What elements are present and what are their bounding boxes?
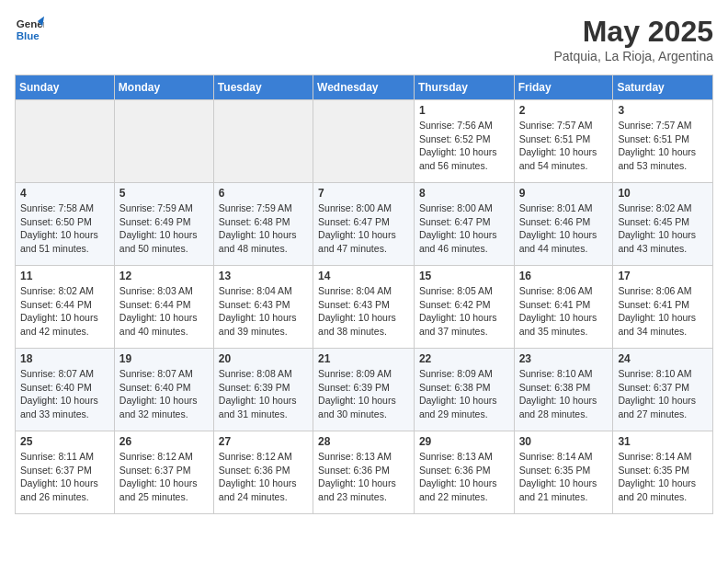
day-number: 3 (618, 104, 708, 117)
day-info: Sunrise: 8:00 AMSunset: 6:47 PMDaylight:… (318, 201, 409, 256)
day-number: 19 (119, 352, 209, 365)
day-of-week-friday: Friday (514, 75, 613, 100)
day-number: 30 (519, 435, 609, 448)
day-info: Sunrise: 8:04 AMSunset: 6:43 PMDaylight:… (219, 284, 308, 339)
day-info: Sunrise: 8:02 AMSunset: 6:44 PMDaylight:… (20, 284, 109, 339)
day-info: Sunrise: 8:14 AMSunset: 6:35 PMDaylight:… (519, 450, 609, 504)
day-info: Sunrise: 7:58 AMSunset: 6:50 PMDaylight:… (20, 201, 109, 256)
calendar-week-1: 1Sunrise: 7:56 AMSunset: 6:52 PMDaylight… (16, 100, 713, 183)
day-info: Sunrise: 7:59 AMSunset: 6:49 PMDaylight:… (119, 201, 209, 256)
calendar-cell: 6Sunrise: 7:59 AMSunset: 6:48 PMDaylight… (213, 183, 313, 266)
calendar-cell (313, 100, 415, 183)
day-number: 11 (20, 270, 109, 282)
day-info: Sunrise: 7:56 AMSunset: 6:52 PMDaylight:… (419, 119, 509, 173)
day-number: 29 (419, 435, 509, 448)
day-of-week-monday: Monday (114, 75, 213, 100)
day-number: 26 (119, 435, 209, 448)
calendar-cell (213, 100, 313, 183)
day-number: 9 (519, 187, 609, 200)
day-number: 22 (419, 352, 509, 365)
calendar-week-3: 11Sunrise: 8:02 AMSunset: 6:44 PMDayligh… (16, 266, 713, 349)
day-info: Sunrise: 8:09 AMSunset: 6:39 PMDaylight:… (318, 367, 409, 421)
day-number: 14 (318, 270, 409, 282)
calendar-cell: 8Sunrise: 8:00 AMSunset: 6:47 PMDaylight… (414, 183, 514, 266)
day-number: 13 (219, 270, 308, 282)
day-info: Sunrise: 8:10 AMSunset: 6:37 PMDaylight:… (618, 367, 708, 421)
day-info: Sunrise: 8:04 AMSunset: 6:43 PMDaylight:… (318, 284, 409, 339)
calendar-table: SundayMondayTuesdayWednesdayThursdayFrid… (15, 75, 713, 514)
day-number: 28 (318, 435, 409, 448)
logo: General Blue (15, 15, 44, 44)
calendar-header-row: SundayMondayTuesdayWednesdayThursdayFrid… (16, 75, 713, 100)
day-number: 5 (119, 187, 209, 200)
day-of-week-thursday: Thursday (414, 75, 514, 100)
calendar-cell (16, 100, 115, 183)
day-info: Sunrise: 8:11 AMSunset: 6:37 PMDaylight:… (20, 450, 109, 504)
day-info: Sunrise: 8:07 AMSunset: 6:40 PMDaylight:… (119, 367, 209, 421)
calendar-cell: 30Sunrise: 8:14 AMSunset: 6:35 PMDayligh… (514, 431, 613, 514)
day-info: Sunrise: 8:06 AMSunset: 6:41 PMDaylight:… (618, 284, 708, 339)
day-info: Sunrise: 8:00 AMSunset: 6:47 PMDaylight:… (419, 201, 509, 256)
calendar-cell: 16Sunrise: 8:06 AMSunset: 6:41 PMDayligh… (514, 266, 613, 349)
calendar-cell: 9Sunrise: 8:01 AMSunset: 6:46 PMDaylight… (514, 183, 613, 266)
day-info: Sunrise: 8:03 AMSunset: 6:44 PMDaylight:… (119, 284, 209, 339)
day-info: Sunrise: 7:57 AMSunset: 6:51 PMDaylight:… (519, 119, 609, 173)
calendar-cell: 22Sunrise: 8:09 AMSunset: 6:38 PMDayligh… (414, 349, 514, 431)
day-number: 21 (318, 352, 409, 365)
day-number: 23 (519, 352, 609, 365)
calendar-cell: 5Sunrise: 7:59 AMSunset: 6:49 PMDaylight… (114, 183, 213, 266)
day-number: 18 (20, 352, 109, 365)
calendar-cell: 20Sunrise: 8:08 AMSunset: 6:39 PMDayligh… (213, 349, 313, 431)
day-info: Sunrise: 8:08 AMSunset: 6:39 PMDaylight:… (219, 367, 308, 421)
calendar-cell: 21Sunrise: 8:09 AMSunset: 6:39 PMDayligh… (313, 349, 415, 431)
location-subtitle: Patquia, La Rioja, Argentina (553, 49, 713, 63)
calendar-cell (114, 100, 213, 183)
day-of-week-tuesday: Tuesday (213, 75, 313, 100)
calendar-cell: 1Sunrise: 7:56 AMSunset: 6:52 PMDaylight… (414, 100, 514, 183)
calendar-cell: 10Sunrise: 8:02 AMSunset: 6:45 PMDayligh… (613, 183, 713, 266)
day-info: Sunrise: 8:01 AMSunset: 6:46 PMDaylight:… (519, 201, 609, 256)
calendar-cell: 15Sunrise: 8:05 AMSunset: 6:42 PMDayligh… (414, 266, 514, 349)
day-info: Sunrise: 8:12 AMSunset: 6:36 PMDaylight:… (219, 450, 308, 504)
day-number: 2 (519, 104, 609, 117)
calendar-cell: 31Sunrise: 8:14 AMSunset: 6:35 PMDayligh… (613, 431, 713, 514)
title-block: May 2025 Patquia, La Rioja, Argentina (553, 15, 713, 63)
day-number: 24 (618, 352, 708, 365)
calendar-cell: 17Sunrise: 8:06 AMSunset: 6:41 PMDayligh… (613, 266, 713, 349)
calendar-cell: 2Sunrise: 7:57 AMSunset: 6:51 PMDaylight… (514, 100, 613, 183)
logo-icon: General Blue (15, 15, 44, 44)
day-info: Sunrise: 8:13 AMSunset: 6:36 PMDaylight:… (318, 450, 409, 504)
day-of-week-sunday: Sunday (16, 75, 115, 100)
svg-text:Blue: Blue (17, 30, 40, 41)
day-number: 31 (618, 435, 708, 448)
day-info: Sunrise: 8:02 AMSunset: 6:45 PMDaylight:… (618, 201, 708, 256)
day-number: 17 (618, 270, 708, 282)
calendar-cell: 24Sunrise: 8:10 AMSunset: 6:37 PMDayligh… (613, 349, 713, 431)
day-info: Sunrise: 7:59 AMSunset: 6:48 PMDaylight:… (219, 201, 308, 256)
day-info: Sunrise: 8:09 AMSunset: 6:38 PMDaylight:… (419, 367, 509, 421)
calendar-cell: 11Sunrise: 8:02 AMSunset: 6:44 PMDayligh… (16, 266, 115, 349)
day-info: Sunrise: 8:05 AMSunset: 6:42 PMDaylight:… (419, 284, 509, 339)
day-number: 16 (519, 270, 609, 282)
day-of-week-saturday: Saturday (613, 75, 713, 100)
calendar-cell: 3Sunrise: 7:57 AMSunset: 6:51 PMDaylight… (613, 100, 713, 183)
calendar-cell: 13Sunrise: 8:04 AMSunset: 6:43 PMDayligh… (213, 266, 313, 349)
calendar-cell: 28Sunrise: 8:13 AMSunset: 6:36 PMDayligh… (313, 431, 415, 514)
day-info: Sunrise: 8:07 AMSunset: 6:40 PMDaylight:… (20, 367, 109, 421)
calendar-cell: 25Sunrise: 8:11 AMSunset: 6:37 PMDayligh… (16, 431, 115, 514)
day-number: 6 (219, 187, 308, 200)
calendar-cell: 27Sunrise: 8:12 AMSunset: 6:36 PMDayligh… (213, 431, 313, 514)
calendar-cell: 14Sunrise: 8:04 AMSunset: 6:43 PMDayligh… (313, 266, 415, 349)
calendar-week-5: 25Sunrise: 8:11 AMSunset: 6:37 PMDayligh… (16, 431, 713, 514)
day-number: 1 (419, 104, 509, 117)
calendar-cell: 12Sunrise: 8:03 AMSunset: 6:44 PMDayligh… (114, 266, 213, 349)
calendar-cell: 23Sunrise: 8:10 AMSunset: 6:38 PMDayligh… (514, 349, 613, 431)
calendar-cell: 19Sunrise: 8:07 AMSunset: 6:40 PMDayligh… (114, 349, 213, 431)
day-info: Sunrise: 8:10 AMSunset: 6:38 PMDaylight:… (519, 367, 609, 421)
day-number: 15 (419, 270, 509, 282)
day-of-week-wednesday: Wednesday (313, 75, 415, 100)
day-number: 27 (219, 435, 308, 448)
day-number: 25 (20, 435, 109, 448)
calendar-cell: 18Sunrise: 8:07 AMSunset: 6:40 PMDayligh… (16, 349, 115, 431)
day-info: Sunrise: 8:12 AMSunset: 6:37 PMDaylight:… (119, 450, 209, 504)
